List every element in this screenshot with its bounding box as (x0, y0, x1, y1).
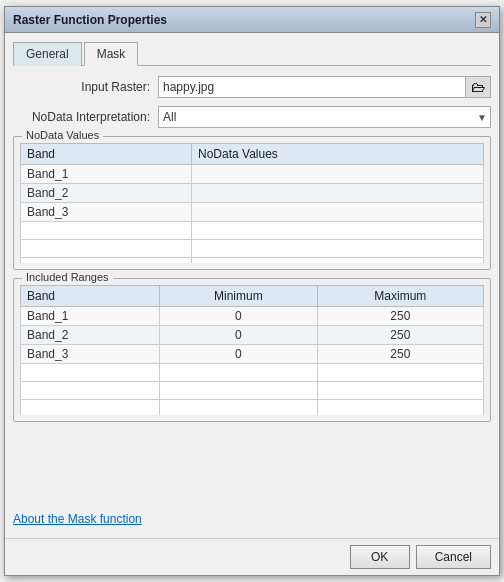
table-row: Band_1 0 250 (21, 307, 484, 326)
nodata-value-3[interactable] (192, 203, 484, 222)
nodata-values-label: NoData Values (22, 129, 103, 141)
included-ranges-label: Included Ranges (22, 271, 113, 283)
folder-icon: 🗁 (471, 79, 485, 95)
ranges-max-3[interactable]: 250 (317, 345, 483, 364)
window-content: General Mask Input Raster: 🗁 NoData Inte… (5, 33, 499, 538)
table-row (21, 258, 484, 264)
nodata-interp-select-wrapper: All Any ▼ (158, 106, 491, 128)
input-raster-field[interactable] (158, 76, 465, 98)
nodata-interp-select[interactable]: All Any (158, 106, 491, 128)
table-row (21, 364, 484, 382)
nodata-value-2[interactable] (192, 184, 484, 203)
ok-button[interactable]: OK (350, 545, 410, 569)
cancel-button[interactable]: Cancel (416, 545, 491, 569)
ranges-col-band: Band (21, 286, 160, 307)
browse-button[interactable]: 🗁 (465, 76, 491, 98)
table-row (21, 222, 484, 240)
nodata-interp-row: NoData Interpretation: All Any ▼ (13, 106, 491, 128)
nodata-col-band: Band (21, 144, 192, 165)
table-row: Band_1 (21, 165, 484, 184)
ranges-max-2[interactable]: 250 (317, 326, 483, 345)
ranges-table-container: Band Minimum Maximum Band_1 0 250 Band_2 (20, 285, 484, 415)
ranges-min-2[interactable]: 0 (160, 326, 318, 345)
tab-general[interactable]: General (13, 42, 82, 66)
about-mask-link[interactable]: About the Mask function (13, 512, 142, 526)
nodata-interp-label: NoData Interpretation: (13, 110, 158, 124)
nodata-value-1[interactable] (192, 165, 484, 184)
nodata-table: Band NoData Values Band_1 Band_2 (20, 143, 484, 263)
input-raster-field-group: 🗁 (158, 76, 491, 98)
nodata-values-group: NoData Values Band NoData Values Band_1 (13, 136, 491, 270)
title-bar: Raster Function Properties ✕ (5, 7, 499, 33)
ranges-col-max: Maximum (317, 286, 483, 307)
table-row: Band_2 0 250 (21, 326, 484, 345)
about-link-container: About the Mask function (13, 508, 491, 530)
ranges-band-1: Band_1 (21, 307, 160, 326)
ranges-band-3: Band_3 (21, 345, 160, 364)
table-row (21, 382, 484, 400)
table-row: Band_3 0 250 (21, 345, 484, 364)
window-title: Raster Function Properties (13, 13, 167, 27)
ranges-col-min: Minimum (160, 286, 318, 307)
input-raster-row: Input Raster: 🗁 (13, 76, 491, 98)
nodata-table-container: Band NoData Values Band_1 Band_2 (20, 143, 484, 263)
tab-mask[interactable]: Mask (84, 42, 139, 66)
tab-bar: General Mask (13, 41, 491, 66)
table-row (21, 400, 484, 416)
table-row: Band_2 (21, 184, 484, 203)
ranges-table: Band Minimum Maximum Band_1 0 250 Band_2 (20, 285, 484, 415)
input-raster-label: Input Raster: (13, 80, 158, 94)
ranges-max-1[interactable]: 250 (317, 307, 483, 326)
included-ranges-group: Included Ranges Band Minimum Maximum Ban… (13, 278, 491, 422)
table-row: Band_3 (21, 203, 484, 222)
nodata-band-1: Band_1 (21, 165, 192, 184)
nodata-col-values: NoData Values (192, 144, 484, 165)
main-window: Raster Function Properties ✕ General Mas… (4, 6, 500, 576)
ranges-band-2: Band_2 (21, 326, 160, 345)
ranges-min-1[interactable]: 0 (160, 307, 318, 326)
close-button[interactable]: ✕ (475, 12, 491, 28)
button-bar: OK Cancel (5, 538, 499, 575)
nodata-band-2: Band_2 (21, 184, 192, 203)
table-row (21, 240, 484, 258)
nodata-band-3: Band_3 (21, 203, 192, 222)
ranges-min-3[interactable]: 0 (160, 345, 318, 364)
